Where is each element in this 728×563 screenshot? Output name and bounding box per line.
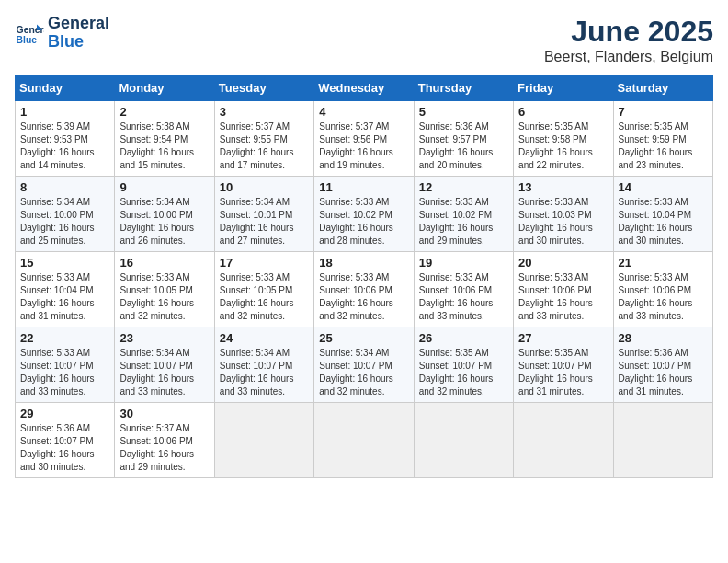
cell-details: Sunrise: 5:34 AMSunset: 10:07 PMDaylight… [319,347,408,398]
day-number: 23 [119,331,209,345]
calendar-cell: 5Sunrise: 5:36 AMSunset: 9:57 PMDaylight… [414,101,513,177]
cell-details: Sunrise: 5:33 AMSunset: 10:06 PMDaylight… [419,271,508,323]
cell-details: Sunrise: 5:33 AMSunset: 10:05 PMDaylight… [220,271,309,323]
cell-details: Sunrise: 5:33 AMSunset: 10:02 PMDaylight… [419,196,508,247]
cell-details: Sunrise: 5:37 AMSunset: 10:06 PMDaylight… [119,422,209,474]
calendar-day-header: Wednesday [314,75,414,101]
title-area: June 2025 Beerst, Flanders, Belgium [544,15,713,65]
header: General Blue General Blue June 2025 Beer… [15,15,713,65]
day-number: 6 [518,105,608,119]
calendar-day-header: Tuesday [214,75,313,101]
calendar-cell: 13Sunrise: 5:33 AMSunset: 10:03 PMDaylig… [514,177,613,252]
day-number: 15 [20,256,109,270]
cell-details: Sunrise: 5:33 AMSunset: 10:04 PMDaylight… [20,271,109,323]
calendar-cell: 2Sunrise: 5:38 AMSunset: 9:54 PMDaylight… [115,101,214,177]
calendar-cell [414,403,513,478]
calendar-cell: 8Sunrise: 5:34 AMSunset: 10:00 PMDayligh… [16,177,115,252]
calendar-cell: 3Sunrise: 5:37 AMSunset: 9:55 PMDaylight… [214,101,313,177]
day-number: 21 [619,256,708,270]
calendar-cell: 17Sunrise: 5:33 AMSunset: 10:05 PMDaylig… [214,252,313,327]
calendar-cell: 1Sunrise: 5:39 AMSunset: 9:53 PMDaylight… [16,101,115,177]
day-number: 3 [220,105,309,119]
day-number: 16 [119,256,209,270]
day-number: 11 [319,180,408,194]
cell-details: Sunrise: 5:36 AMSunset: 10:07 PMDaylight… [20,422,109,474]
calendar-cell: 16Sunrise: 5:33 AMSunset: 10:05 PMDaylig… [115,252,214,327]
cell-details: Sunrise: 5:34 AMSunset: 10:00 PMDaylight… [119,196,209,247]
calendar-cell: 11Sunrise: 5:33 AMSunset: 10:02 PMDaylig… [314,177,414,252]
calendar-table: SundayMondayTuesdayWednesdayThursdayFrid… [15,75,713,478]
day-number: 28 [619,331,708,345]
cell-details: Sunrise: 5:33 AMSunset: 10:06 PMDaylight… [518,271,608,323]
day-number: 30 [119,407,209,420]
cell-details: Sunrise: 5:33 AMSunset: 10:07 PMDaylight… [20,347,109,398]
calendar-day-header: Monday [115,75,214,101]
day-number: 24 [220,331,309,345]
cell-details: Sunrise: 5:37 AMSunset: 9:56 PMDaylight:… [319,121,408,172]
cell-details: Sunrise: 5:34 AMSunset: 10:07 PMDaylight… [220,347,309,398]
calendar-day-header: Sunday [16,75,115,101]
calendar-cell [214,403,313,478]
calendar-cell [314,403,414,478]
calendar-cell: 12Sunrise: 5:33 AMSunset: 10:02 PMDaylig… [414,177,513,252]
cell-details: Sunrise: 5:33 AMSunset: 10:04 PMDaylight… [619,196,708,247]
cell-details: Sunrise: 5:37 AMSunset: 9:55 PMDaylight:… [220,121,309,172]
day-number: 25 [319,331,408,345]
day-number: 1 [20,105,109,119]
calendar-cell: 28Sunrise: 5:36 AMSunset: 10:07 PMDaylig… [613,327,712,403]
day-number: 2 [119,105,209,119]
calendar-week-row: 15Sunrise: 5:33 AMSunset: 10:04 PMDaylig… [16,252,713,327]
calendar-cell: 29Sunrise: 5:36 AMSunset: 10:07 PMDaylig… [16,403,115,478]
calendar-cell: 6Sunrise: 5:35 AMSunset: 9:58 PMDaylight… [514,101,613,177]
day-number: 14 [619,180,708,194]
calendar-cell: 7Sunrise: 5:35 AMSunset: 9:59 PMDaylight… [613,101,712,177]
cell-details: Sunrise: 5:38 AMSunset: 9:54 PMDaylight:… [119,121,209,172]
calendar-cell: 21Sunrise: 5:33 AMSunset: 10:06 PMDaylig… [613,252,712,327]
calendar-week-row: 8Sunrise: 5:34 AMSunset: 10:00 PMDayligh… [16,177,713,252]
day-number: 5 [419,105,508,119]
calendar-cell: 22Sunrise: 5:33 AMSunset: 10:07 PMDaylig… [16,327,115,403]
logo-text: General Blue [48,15,109,52]
cell-details: Sunrise: 5:35 AMSunset: 10:07 PMDaylight… [518,347,608,398]
day-number: 12 [419,180,508,194]
cell-details: Sunrise: 5:33 AMSunset: 10:06 PMDaylight… [319,271,408,323]
day-number: 20 [518,256,608,270]
calendar-cell: 30Sunrise: 5:37 AMSunset: 10:06 PMDaylig… [115,403,214,478]
day-number: 29 [20,407,109,420]
cell-details: Sunrise: 5:34 AMSunset: 10:07 PMDaylight… [119,347,209,398]
calendar-cell: 26Sunrise: 5:35 AMSunset: 10:07 PMDaylig… [414,327,513,403]
calendar-cell: 9Sunrise: 5:34 AMSunset: 10:00 PMDayligh… [115,177,214,252]
calendar-cell: 27Sunrise: 5:35 AMSunset: 10:07 PMDaylig… [514,327,613,403]
day-number: 9 [119,180,209,194]
calendar-week-row: 29Sunrise: 5:36 AMSunset: 10:07 PMDaylig… [16,403,713,478]
calendar-week-row: 22Sunrise: 5:33 AMSunset: 10:07 PMDaylig… [16,327,713,403]
calendar-day-header: Friday [514,75,613,101]
calendar-day-header: Saturday [613,75,712,101]
day-number: 18 [319,256,408,270]
calendar-day-header: Thursday [414,75,513,101]
cell-details: Sunrise: 5:33 AMSunset: 10:05 PMDaylight… [119,271,209,323]
cell-details: Sunrise: 5:36 AMSunset: 10:07 PMDaylight… [619,347,708,398]
day-number: 27 [518,331,608,345]
calendar-cell: 4Sunrise: 5:37 AMSunset: 9:56 PMDaylight… [314,101,414,177]
calendar-cell: 24Sunrise: 5:34 AMSunset: 10:07 PMDaylig… [214,327,313,403]
calendar-cell: 23Sunrise: 5:34 AMSunset: 10:07 PMDaylig… [115,327,214,403]
cell-details: Sunrise: 5:36 AMSunset: 9:57 PMDaylight:… [419,121,508,172]
svg-text:Blue: Blue [17,35,38,45]
calendar-cell [613,403,712,478]
logo: General Blue General Blue [15,15,109,52]
calendar-cell [514,403,613,478]
calendar-cell: 25Sunrise: 5:34 AMSunset: 10:07 PMDaylig… [314,327,414,403]
day-number: 4 [319,105,408,119]
calendar-cell: 20Sunrise: 5:33 AMSunset: 10:06 PMDaylig… [514,252,613,327]
cell-details: Sunrise: 5:35 AMSunset: 9:58 PMDaylight:… [518,121,608,172]
calendar-cell: 19Sunrise: 5:33 AMSunset: 10:06 PMDaylig… [414,252,513,327]
day-number: 19 [419,256,508,270]
calendar-cell: 14Sunrise: 5:33 AMSunset: 10:04 PMDaylig… [613,177,712,252]
day-number: 26 [419,331,508,345]
calendar-week-row: 1Sunrise: 5:39 AMSunset: 9:53 PMDaylight… [16,101,713,177]
cell-details: Sunrise: 5:34 AMSunset: 10:01 PMDaylight… [220,196,309,247]
day-number: 17 [220,256,309,270]
logo-icon: General Blue [15,18,44,48]
day-number: 8 [20,180,109,194]
